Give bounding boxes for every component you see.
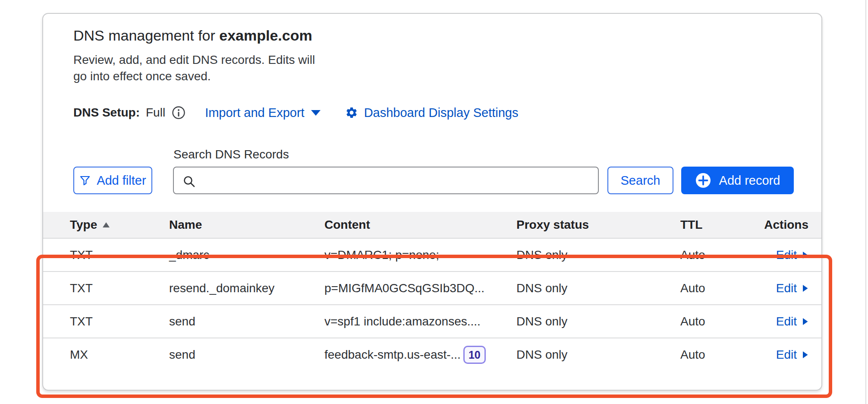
dns-setup-value: Full [146, 106, 165, 120]
add-filter-button[interactable]: Add filter [73, 167, 152, 194]
sort-ascending-icon [102, 222, 110, 228]
edit-record-link[interactable]: Edit [776, 281, 808, 295]
chevron-right-icon [802, 317, 808, 326]
cell-proxy-status: DNS only [516, 281, 680, 295]
import-export-link[interactable]: Import and Export [205, 106, 321, 120]
cell-proxy-status: DNS only [516, 348, 680, 362]
cell-name: _dmarc [169, 248, 324, 262]
table-row: MX send feedback-smtp.us-east-... 10 DNS… [43, 338, 821, 371]
cell-content: v=DMARC1; p=none; [324, 248, 516, 262]
add-record-button[interactable]: Add record [681, 167, 794, 194]
table-row: TXT send v=spf1 include:amazonses.... DN… [43, 304, 821, 338]
dns-records-table: Type Name Content Proxy status TTL Actio… [43, 212, 821, 371]
dns-setup-row: DNS Setup: Full Import and Export Dashbo… [73, 105, 794, 120]
cell-ttl: Auto [680, 281, 762, 295]
domain-name: example.com [219, 27, 312, 44]
search-input[interactable] [174, 167, 598, 193]
cell-type: TXT [70, 248, 169, 262]
table-header-row: Type Name Content Proxy status TTL Actio… [43, 212, 821, 238]
table-row: TXT resend._domainkey p=MIGfMA0GCSqGSIb3… [43, 271, 821, 304]
column-header-proxy-status: Proxy status [516, 218, 680, 232]
chevron-right-icon [802, 251, 808, 259]
plus-circle-icon [695, 172, 711, 189]
chevron-right-icon [802, 284, 808, 293]
cell-name: send [169, 315, 324, 328]
edit-record-link[interactable]: Edit [776, 248, 808, 262]
cell-ttl: Auto [680, 315, 762, 328]
column-header-type[interactable]: Type [70, 218, 169, 232]
cell-content: feedback-smtp.us-east-... 10 [324, 346, 516, 364]
cell-content: v=spf1 include:amazonses.... [324, 315, 516, 328]
mx-priority-badge: 10 [463, 346, 486, 364]
search-input-wrapper [173, 167, 599, 194]
chevron-right-icon [802, 350, 808, 359]
cell-content: p=MIGfMA0GCSqGSIb3DQ... [324, 281, 516, 295]
table-row: TXT _dmarc v=DMARC1; p=none; DNS only Au… [43, 238, 821, 271]
page-title: DNS management for example.com [73, 26, 794, 45]
dns-setup-label: DNS Setup: [73, 106, 140, 120]
cell-type: TXT [70, 315, 169, 328]
edit-record-link[interactable]: Edit [776, 315, 808, 328]
cell-name: resend._domainkey [169, 281, 324, 295]
search-button[interactable]: Search [607, 167, 673, 194]
column-header-ttl: TTL [680, 218, 762, 232]
cell-name: send [169, 348, 324, 362]
column-header-content: Content [324, 218, 516, 232]
cell-ttl: Auto [680, 248, 762, 262]
dns-management-card: DNS management for example.com Review, a… [42, 13, 822, 391]
column-header-actions: Actions [762, 218, 808, 232]
cell-ttl: Auto [680, 348, 762, 362]
filter-icon [79, 175, 91, 186]
cell-type: MX [70, 348, 169, 362]
search-label: Search DNS Records [173, 148, 794, 161]
cell-proxy-status: DNS only [516, 315, 680, 328]
edit-record-link[interactable]: Edit [776, 348, 808, 362]
cell-proxy-status: DNS only [516, 248, 680, 262]
search-icon [182, 175, 195, 188]
page-right-edge-divider [865, 0, 866, 404]
chevron-down-icon [311, 109, 321, 116]
page-description: Review, add, and edit DNS records. Edits… [73, 52, 794, 85]
gear-icon [345, 106, 358, 119]
cell-type: TXT [70, 281, 169, 295]
info-icon[interactable] [171, 105, 186, 120]
dashboard-display-settings-link[interactable]: Dashboard Display Settings [345, 106, 519, 120]
column-header-name: Name [169, 218, 324, 232]
